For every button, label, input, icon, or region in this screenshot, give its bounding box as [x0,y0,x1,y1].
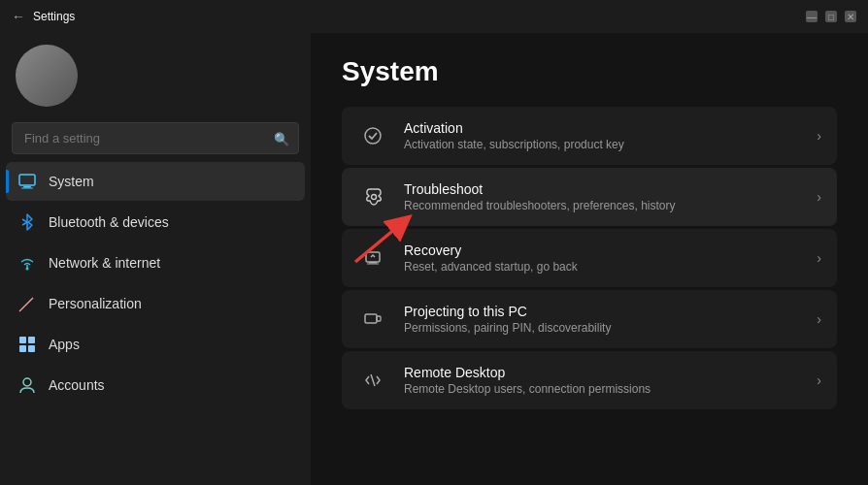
settings-list: ActivationActivation state, subscription… [342,107,837,409]
svg-rect-9 [19,337,26,343]
sidebar-nav: SystemBluetooth & devicesNetwork & inter… [0,162,311,404]
recovery-title: Recovery [404,242,801,258]
sidebar-user [0,33,311,122]
sidebar-item-label-system: System [49,174,94,189]
troubleshoot-chevron-icon: › [817,189,821,205]
recovery-chevron-icon: › [817,250,821,266]
remote-desktop-chevron-icon: › [817,372,821,388]
projecting-title: Projecting to this PC [404,304,801,319]
activation-text: ActivationActivation state, subscription… [404,120,801,151]
avatar [16,45,78,107]
search-input[interactable] [12,122,299,154]
sidebar-item-label-apps: Apps [49,337,80,352]
svg-rect-0 [19,175,35,185]
troubleshoot-icon [357,181,388,212]
troubleshoot-subtitle: Recommended troubleshooters, preferences… [404,199,801,212]
projecting-chevron-icon: › [817,311,821,327]
search-icon: 🔍 [274,131,289,146]
svg-point-15 [372,195,377,200]
system-icon [17,172,37,191]
sidebar-item-personalization[interactable]: Personalization [6,284,305,323]
sidebar-item-label-accounts: Accounts [49,377,105,393]
title-bar-left: ← Settings [12,9,75,24]
projecting-icon [357,304,388,335]
sidebar-item-network[interactable]: Network & internet [6,243,305,282]
svg-rect-20 [377,316,381,321]
svg-line-7 [19,309,21,311]
svg-point-5 [26,268,29,271]
svg-rect-18 [367,264,379,265]
sidebar-item-apps[interactable]: Apps [6,325,305,364]
personalization-icon [17,294,37,313]
svg-rect-10 [28,337,35,343]
activation-title: Activation [404,120,801,136]
svg-point-13 [23,378,31,386]
settings-item-troubleshoot[interactable]: TroubleshootRecommended troubleshooters,… [342,168,837,226]
settings-item-remote-desktop[interactable]: Remote DesktopRemote Desktop users, conn… [342,351,837,409]
svg-rect-16 [366,252,380,262]
sidebar-item-label-network: Network & internet [49,255,160,271]
troubleshoot-text: TroubleshootRecommended troubleshooters,… [404,181,801,212]
sidebar: 🔍 SystemBluetooth & devicesNetwork & int… [0,33,311,485]
page-title: System [342,56,837,87]
search-bar[interactable]: 🔍 [12,122,299,154]
main-layout: 🔍 SystemBluetooth & devicesNetwork & int… [0,33,868,485]
svg-line-21 [371,374,375,386]
svg-rect-17 [369,262,377,264]
title-bar-controls: — □ ✕ [806,11,856,22]
projecting-subtitle: Permissions, pairing PIN, discoverabilit… [404,321,801,335]
settings-item-projecting[interactable]: Projecting to this PCPermissions, pairin… [342,290,837,348]
remote-desktop-title: Remote Desktop [404,365,801,380]
sidebar-item-label-personalization: Personalization [49,296,142,311]
settings-item-recovery[interactable]: RecoveryReset, advanced startup, go back… [342,229,837,287]
svg-rect-11 [19,345,26,352]
content-area: System ActivationActivation state, subsc… [311,33,868,485]
svg-line-6 [21,298,33,309]
maximize-button[interactable]: □ [825,11,837,22]
network-icon [17,253,37,273]
svg-point-14 [365,128,381,144]
remote-desktop-text: Remote DesktopRemote Desktop users, conn… [404,365,801,396]
close-button[interactable]: ✕ [845,11,856,22]
sidebar-item-bluetooth[interactable]: Bluetooth & devices [6,203,305,242]
activation-icon [357,120,388,151]
activation-subtitle: Activation state, subscriptions, product… [404,138,801,151]
recovery-icon [357,242,388,274]
svg-rect-19 [365,314,377,323]
projecting-text: Projecting to this PCPermissions, pairin… [404,304,801,335]
recovery-subtitle: Reset, advanced startup, go back [404,260,801,274]
troubleshoot-title: Troubleshoot [404,181,801,197]
settings-item-activation[interactable]: ActivationActivation state, subscription… [342,107,837,165]
svg-rect-2 [21,188,33,189]
remote-desktop-subtitle: Remote Desktop users, connection permiss… [404,382,801,396]
activation-chevron-icon: › [817,128,821,144]
bluetooth-icon [17,212,37,232]
remote-desktop-icon [357,365,388,396]
accounts-icon [17,375,37,395]
back-button[interactable]: ← [12,9,25,24]
title-bar: ← Settings — □ ✕ [0,0,868,33]
sidebar-item-system[interactable]: System [6,162,305,201]
title-bar-title: Settings [33,10,75,23]
svg-rect-1 [23,186,31,188]
sidebar-item-label-bluetooth: Bluetooth & devices [49,214,169,230]
svg-rect-12 [28,345,35,352]
recovery-text: RecoveryReset, advanced startup, go back [404,242,801,274]
sidebar-item-accounts[interactable]: Accounts [6,366,305,404]
minimize-button[interactable]: — [806,11,818,22]
apps-icon [17,335,37,354]
